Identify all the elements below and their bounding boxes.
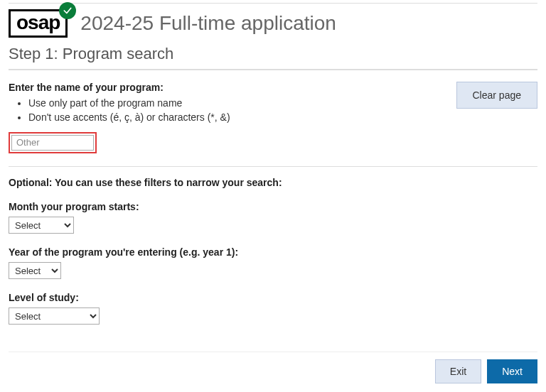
program-name-input[interactable] — [11, 135, 94, 151]
level-select[interactable]: Select — [9, 307, 100, 325]
footer-actions: Exit Next — [9, 352, 537, 383]
divider — [9, 69, 537, 70]
divider — [9, 166, 537, 167]
month-select[interactable]: Select — [9, 217, 74, 234]
osap-logo: osap — [9, 9, 68, 38]
exit-button[interactable]: Exit — [435, 359, 481, 383]
month-label: Month your program starts: — [9, 201, 537, 212]
program-hints: Use only part of the program name Don't … — [9, 96, 230, 125]
next-button[interactable]: Next — [487, 359, 537, 383]
hint-item: Don't use accents (é, ç, à) or character… — [28, 110, 230, 124]
program-input-highlight — [9, 132, 97, 153]
page-title: 2024-25 Full-time application — [80, 12, 336, 35]
step-title: Step 1: Program search — [0, 40, 546, 69]
clear-page-button[interactable]: Clear page — [456, 82, 538, 109]
program-name-label: Enter the name of your program: — [9, 82, 230, 93]
hint-item: Use only part of the program name — [28, 96, 230, 110]
checkmark-icon — [59, 2, 76, 19]
year-select[interactable]: Select — [9, 262, 61, 279]
filters-heading: Optional: You can use these filters to n… — [9, 177, 537, 188]
app-header: osap 2024-25 Full-time application — [0, 4, 546, 40]
level-label: Level of study: — [9, 292, 537, 303]
year-label: Year of the program you're entering (e.g… — [9, 246, 537, 258]
